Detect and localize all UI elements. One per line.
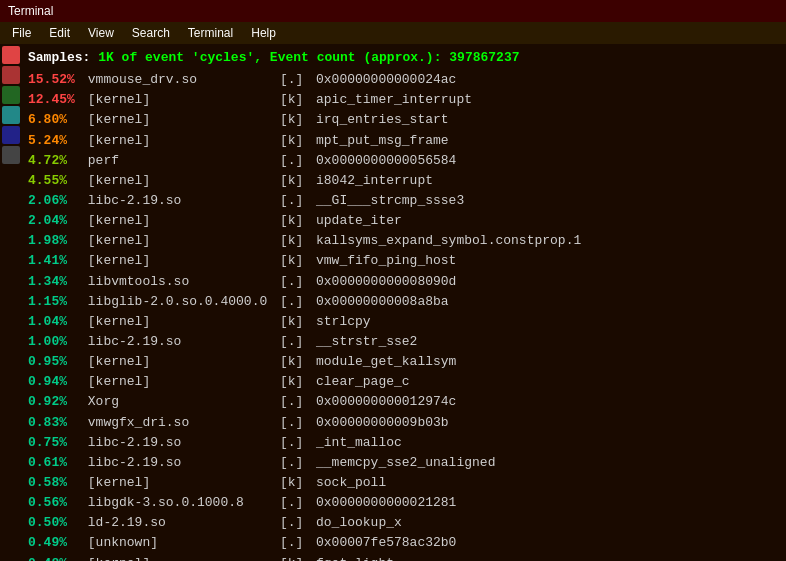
symbol-name: update_iter [316,211,402,231]
table-row: 2.04% [kernel][k] update_iter [28,211,780,231]
sidebar-icon-4[interactable] [2,126,20,144]
lib-name: [kernel] [80,90,280,110]
table-row: 15.52% vmmouse_drv.so[.] 0x0000000000002… [28,70,780,90]
menu-item-view[interactable]: View [80,24,122,42]
menu-item-edit[interactable]: Edit [41,24,78,42]
pct-value: 1.15% [28,292,80,312]
table-row: 0.49% [unknown][.] 0x00007fe578ac32b0 [28,533,780,553]
lib-name: libc-2.19.so [80,332,280,352]
symbol-name: __GI___strcmp_ssse3 [316,191,464,211]
table-row: 1.00% libc-2.19.so[.] __strstr_sse2 [28,332,780,352]
pct-value: 0.83% [28,413,80,433]
table-row: 0.75% libc-2.19.so[.] _int_malloc [28,433,780,453]
sidebar-icon-2[interactable] [2,86,20,104]
symbol-name: sock_poll [316,473,386,493]
symbol-name: __strstr_sse2 [316,332,417,352]
title-bar: Terminal [0,0,786,22]
sidebar-icon-3[interactable] [2,106,20,124]
terminal: Samples: 1K of event 'cycles', Event cou… [22,44,786,561]
table-row: 6.80% [kernel][k] irq_entries_start [28,110,780,130]
pct-value: 12.45% [28,90,80,110]
symbol-name: clear_page_c [316,372,410,392]
table-row: 0.94% [kernel][k] clear_page_c [28,372,780,392]
pct-value: 0.75% [28,433,80,453]
pct-value: 4.72% [28,151,80,171]
lib-name: libc-2.19.so [80,191,280,211]
main-content: Samples: 1K of event 'cycles', Event cou… [0,44,786,561]
lib-name: [kernel] [80,171,280,191]
type-indicator: [k] [280,90,316,110]
type-indicator: [.] [280,513,316,533]
sidebar-icon-5[interactable] [2,146,20,164]
sidebar [0,44,22,561]
pct-value: 0.95% [28,352,80,372]
lib-name: vmwgfx_dri.so [80,413,280,433]
table-row: 1.15% libglib-2.0.so.0.4000.0[.] 0x00000… [28,292,780,312]
lib-name: [kernel] [80,312,280,332]
lib-name: [kernel] [80,211,280,231]
pct-value: 2.04% [28,211,80,231]
table-row: 1.98% [kernel][k] kallsyms_expand_symbol… [28,231,780,251]
pct-value: 1.34% [28,272,80,292]
pct-value: 1.04% [28,312,80,332]
data-rows: 15.52% vmmouse_drv.so[.] 0x0000000000002… [28,70,780,561]
type-indicator: [k] [280,231,316,251]
lib-name: [kernel] [80,251,280,271]
symbol-name: irq_entries_start [316,110,449,130]
menu-item-search[interactable]: Search [124,24,178,42]
symbol-name: 0x0000000000056584 [316,151,456,171]
pct-value: 1.41% [28,251,80,271]
pct-value: 0.50% [28,513,80,533]
table-row: 1.04% [kernel][k] strlcpy [28,312,780,332]
table-row: 0.56% libgdk-3.so.0.1000.8[.] 0x00000000… [28,493,780,513]
type-indicator: [k] [280,251,316,271]
type-indicator: [.] [280,453,316,473]
lib-name: [kernel] [80,231,280,251]
menu-item-file[interactable]: File [4,24,39,42]
type-indicator: [k] [280,473,316,493]
lib-name: libgdk-3.so.0.1000.8 [80,493,280,513]
lib-name: [kernel] [80,473,280,493]
sidebar-icon-1[interactable] [2,66,20,84]
pct-value: 4.55% [28,171,80,191]
menu-item-terminal[interactable]: Terminal [180,24,241,42]
type-indicator: [.] [280,272,316,292]
symbol-name: mpt_put_msg_frame [316,131,449,151]
pct-value: 1.98% [28,231,80,251]
table-row: 2.06% libc-2.19.so[.] __GI___strcmp_ssse… [28,191,780,211]
symbol-name: module_get_kallsym [316,352,456,372]
symbol-name: strlcpy [316,312,371,332]
lib-name: [kernel] [80,352,280,372]
type-indicator: [.] [280,533,316,553]
lib-name: [kernel] [80,131,280,151]
type-indicator: [.] [280,151,316,171]
header-value: 1K of event 'cycles', Event count (appro… [98,50,519,65]
lib-name: perf [80,151,280,171]
symbol-name: __memcpy_sse2_unaligned [316,453,495,473]
sidebar-icon-0[interactable] [2,46,20,64]
symbol-name: apic_timer_interrupt [316,90,472,110]
lib-name: ld-2.19.so [80,513,280,533]
table-row: 1.41% [kernel][k] vmw_fifo_ping_host [28,251,780,271]
header-label: Samples: [28,50,98,65]
header-line: Samples: 1K of event 'cycles', Event cou… [28,48,780,68]
pct-value: 0.48% [28,554,80,561]
table-row: 12.45% [kernel][k] apic_timer_interrupt [28,90,780,110]
pct-value: 15.52% [28,70,80,90]
menu-bar: FileEditViewSearchTerminalHelp [0,22,786,44]
menu-item-help[interactable]: Help [243,24,284,42]
symbol-name: 0x000000000008090d [316,272,456,292]
type-indicator: [.] [280,392,316,412]
type-indicator: [.] [280,191,316,211]
type-indicator: [k] [280,131,316,151]
symbol-name: 0x00000000008a8ba [316,292,449,312]
type-indicator: [.] [280,332,316,352]
title-bar-title: Terminal [8,4,53,18]
pct-value: 0.56% [28,493,80,513]
table-row: 0.92% Xorg[.] 0x000000000012974c [28,392,780,412]
symbol-name: 0x00000000009b03b [316,413,449,433]
table-row: 0.95% [kernel][k] module_get_kallsym [28,352,780,372]
symbol-name: 0x000000000012974c [316,392,456,412]
lib-name: libglib-2.0.so.0.4000.0 [80,292,280,312]
type-indicator: [k] [280,211,316,231]
